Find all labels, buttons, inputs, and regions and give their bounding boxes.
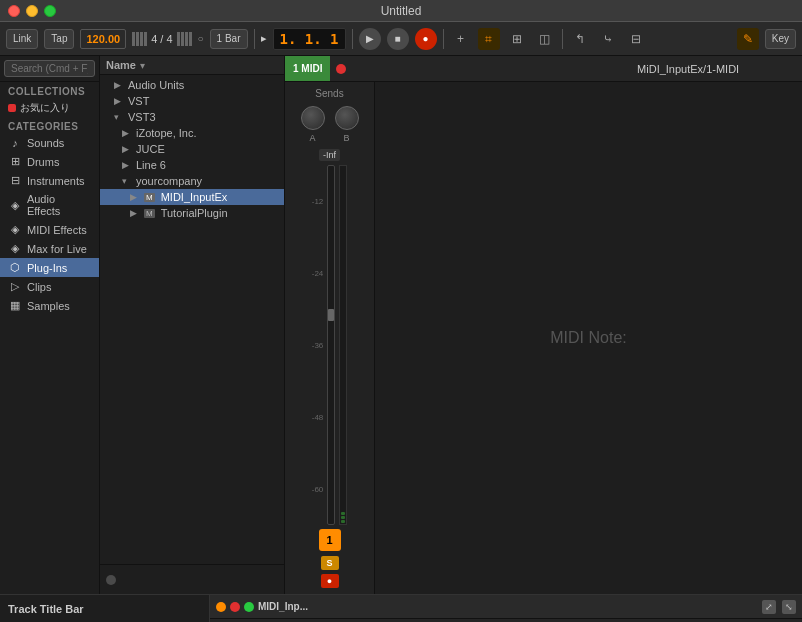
db-label: -12	[312, 197, 324, 206]
favorite-item[interactable]: お気に入り	[0, 99, 99, 117]
bpm-display[interactable]: 120.00	[80, 29, 126, 49]
browser-item-label: TutorialPlugin	[161, 207, 228, 219]
browser-item-label: MIDI_InputEx	[161, 191, 228, 203]
browser-item-label: Audio Units	[128, 79, 184, 91]
device-collapse-button[interactable]: ⤡	[782, 600, 796, 614]
main-layout: Collections お気に入り Categories ♪ Sounds ⊞ …	[0, 56, 802, 594]
sidebar-item-sounds[interactable]: ♪ Sounds	[0, 134, 99, 152]
add-button[interactable]: +	[450, 28, 472, 50]
window-title: Untitled	[381, 4, 422, 18]
sidebar: Collections お気に入り Categories ♪ Sounds ⊞ …	[0, 56, 100, 594]
loop-icon	[106, 575, 116, 585]
arrow-icon: ▸	[261, 32, 267, 45]
browser-item-label: iZotope, Inc.	[136, 127, 197, 139]
track-number-button[interactable]: 1	[319, 529, 341, 551]
sidebar-item-plugins[interactable]: ⬡ Plug-Ins	[0, 258, 99, 277]
play-button[interactable]: ▶	[359, 28, 381, 50]
browser-panel: Name ▾ ▶ Audio Units ▶ VST ▾ VST3 ▶ iZot…	[100, 56, 285, 594]
send-b-knob[interactable]	[335, 106, 359, 130]
midi-button[interactable]: ⌗	[478, 28, 500, 50]
meter-bar	[189, 32, 192, 46]
browser-item-midi-inputex[interactable]: ▶ M MIDI_InputEx	[100, 189, 284, 205]
send-a-knob[interactable]	[301, 106, 325, 130]
browser-item-line6[interactable]: ▶ Line 6	[100, 157, 284, 173]
browser-item-label: VST	[128, 95, 149, 107]
fader-track[interactable]	[327, 165, 335, 525]
sidebar-item-samples[interactable]: ▦ Samples	[0, 296, 99, 315]
audio-effects-icon: ◈	[8, 199, 22, 212]
expand-icon: ▶	[130, 192, 140, 202]
title-bar: Untitled	[0, 0, 802, 22]
key-button[interactable]: Key	[765, 29, 796, 49]
db-label: -60	[312, 485, 324, 494]
favorite-label: お気に入り	[20, 101, 70, 115]
db-labels: -12 -24 -36 -48 -60	[312, 165, 324, 525]
sidebar-item-audio-effects[interactable]: ◈ Audio Effects	[0, 190, 99, 220]
browser-item-vst3[interactable]: ▾ VST3	[100, 109, 284, 125]
arrangement-button[interactable]: ⊞	[506, 28, 528, 50]
device-header: MIDI_Inp... ⤢ ⤡	[210, 595, 802, 619]
midi-effects-icon: ◈	[8, 223, 22, 236]
midi-effects-label: MIDI Effects	[27, 224, 87, 236]
drums-label: Drums	[27, 156, 59, 168]
browser-item-izotope[interactable]: ▶ iZotope, Inc.	[100, 125, 284, 141]
sidebar-item-midi-effects[interactable]: ◈ MIDI Effects	[0, 220, 99, 239]
search-input[interactable]	[4, 60, 95, 77]
track-controls: 1 S ●	[319, 529, 341, 588]
search-bar	[0, 56, 99, 82]
toolbar-divider	[254, 29, 255, 49]
browser-item-yourcompany[interactable]: ▾ yourcompany	[100, 173, 284, 189]
toolbar: Link Tap 120.00 4 / 4 ○ 1 Bar ▸ 1. 1. 1 …	[0, 22, 802, 56]
record-button[interactable]: ●	[415, 28, 437, 50]
redo-button[interactable]: ⤷	[597, 28, 619, 50]
sidebar-item-clips[interactable]: ▷ Clips	[0, 277, 99, 296]
dot-orange	[216, 602, 226, 612]
pencil-button[interactable]: ✎	[737, 28, 759, 50]
instruments-icon: ⊟	[8, 174, 22, 187]
toolbar-divider	[352, 29, 353, 49]
meter-bar	[144, 32, 147, 46]
instruments-label: Instruments	[27, 175, 84, 187]
midi-track-title: MiDI_InputEx/1-MIDI	[574, 63, 802, 75]
toolbar-divider	[443, 29, 444, 49]
link-button[interactable]: Link	[6, 29, 38, 49]
close-button[interactable]	[8, 5, 20, 17]
browser-item-audio-units[interactable]: ▶ Audio Units	[100, 77, 284, 93]
browser-item-juce[interactable]: ▶ JUCE	[100, 141, 284, 157]
maximize-button[interactable]	[44, 5, 56, 17]
clips-label: Clips	[27, 281, 51, 293]
clips-icon: ▷	[8, 280, 22, 293]
minimize-button[interactable]	[26, 5, 38, 17]
window-controls[interactable]	[8, 5, 56, 17]
plugins-icon: ⬡	[8, 261, 22, 274]
drums-icon: ⊞	[8, 155, 22, 168]
sidebar-item-max-for-live[interactable]: ◈ Max for Live	[0, 239, 99, 258]
browser-item-tutorial-plugin[interactable]: ▶ M TutorialPlugin	[100, 205, 284, 221]
sidebar-item-instruments[interactable]: ⊟ Instruments	[0, 171, 99, 190]
expand-icon: ▶	[130, 208, 140, 218]
cpu-button[interactable]: ⊟	[625, 28, 647, 50]
stop-button[interactable]: ■	[387, 28, 409, 50]
bar-selector[interactable]: 1 Bar	[210, 29, 248, 49]
device-expand-button[interactable]: ⤢	[762, 600, 776, 614]
time-display[interactable]: 1. 1. 1	[273, 28, 346, 50]
device-panel: MIDI_Inp... ⤢ ⤡ Drop Instrument Here non…	[210, 595, 802, 622]
session-button[interactable]: ◫	[534, 28, 556, 50]
solo-button[interactable]: S	[321, 556, 339, 570]
mute-button[interactable]: ●	[321, 574, 339, 588]
browser-item-label: Line 6	[136, 159, 166, 171]
browser-item-vst[interactable]: ▶ VST	[100, 93, 284, 109]
tap-button[interactable]: Tap	[44, 29, 74, 49]
midi-track-label[interactable]: 1 MIDI	[285, 56, 330, 81]
undo-button[interactable]: ↰	[569, 28, 591, 50]
meter-bar	[181, 32, 184, 46]
fader-handle[interactable]	[328, 309, 334, 321]
meter-bar	[132, 32, 135, 46]
fader-value-text: -Inf	[319, 149, 340, 161]
send-a-col: A	[298, 103, 328, 143]
sidebar-item-drums[interactable]: ⊞ Drums	[0, 152, 99, 171]
expand-icon: ▶	[122, 160, 132, 170]
record-dot	[336, 64, 346, 74]
fader-value-display: -Inf	[319, 149, 340, 165]
midi-note-text: MIDI Note:	[550, 329, 626, 347]
